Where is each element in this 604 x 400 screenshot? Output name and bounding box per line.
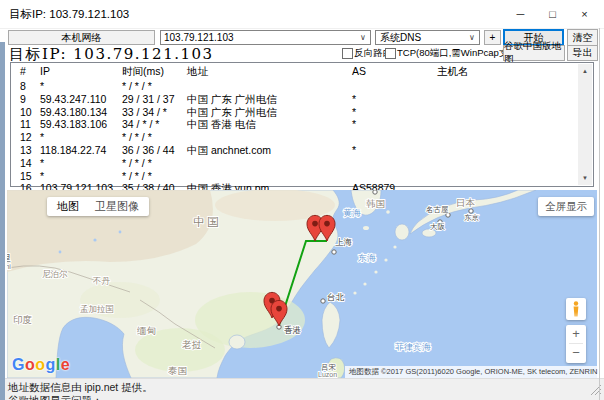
map-label: 东京 <box>464 213 480 222</box>
col-addr: 地址 <box>187 65 208 79</box>
add-button[interactable]: + <box>484 30 501 45</box>
map-label: 上海 <box>335 237 353 247</box>
cell-time: * / * / * <box>122 157 152 169</box>
cell-ip: 59.43.247.110 <box>40 93 106 105</box>
map-zoom-control[interactable]: + − <box>566 325 586 363</box>
map-type-control[interactable]: 地图 卫星图像 <box>47 197 149 216</box>
reverse-route-checkbox[interactable] <box>342 48 353 59</box>
google-logo-letter: e <box>61 356 70 373</box>
dns-select[interactable]: 系统DNS ∨ <box>375 30 480 45</box>
cell-hop: 12 <box>20 131 32 143</box>
cell-hop: 8 <box>20 80 26 92</box>
table-row[interactable]: 1059.43.180.13433 / 34 / *中国 广东 广州电信* <box>11 106 593 119</box>
resize-grip[interactable] <box>590 384 602 396</box>
clear-button[interactable]: 清空 <box>567 29 598 46</box>
dns-selected-value: 系统DNS <box>376 31 465 45</box>
table-row[interactable]: 14** / * / * <box>11 157 593 170</box>
cell-as: * <box>352 93 356 105</box>
cell-hop: 14 <box>20 157 32 169</box>
window-right-border <box>599 28 600 400</box>
cell-hop: 13 <box>20 144 32 156</box>
cell-time: 36 / 36 / 44 <box>122 144 175 156</box>
close-button[interactable]: × <box>569 0 600 28</box>
map-label: 名古屋 <box>426 205 449 214</box>
cell-ip: * <box>40 170 44 182</box>
col-host: 主机名 <box>437 65 469 79</box>
target-input[interactable] <box>161 32 356 43</box>
map-canvas[interactable]: 中国韩国日本名古屋东京大阪黄海东海上海台北香港菲律宾海吕宋Luzon老挝泰国缅甸… <box>7 190 597 378</box>
hops-table-body: 8** / * / *959.43.247.11029 / 31 / 37中国 … <box>11 80 593 195</box>
chevron-down-icon[interactable]: ∨ <box>465 33 479 42</box>
map-label: 大阪 <box>430 222 446 231</box>
map-label: 里 <box>7 253 11 263</box>
city-dot <box>321 299 325 303</box>
map-label: 老挝 <box>182 339 202 350</box>
table-row[interactable]: 15** / * / * <box>11 170 593 183</box>
map-type-map[interactable]: 地图 <box>57 199 79 214</box>
local-network-button[interactable]: 本机网络 <box>8 30 155 45</box>
table-row[interactable]: 12** / * / * <box>11 131 593 144</box>
target-combo[interactable]: ∨ <box>160 30 371 45</box>
cell-time: * / * / * <box>122 131 152 143</box>
hops-table: # IP 时间(ms) 地址 AS 主机名 8** / * / *959.43.… <box>10 62 594 187</box>
minimize-button[interactable]: ─ <box>505 0 536 28</box>
cell-hop: 11 <box>20 118 31 130</box>
table-header: # IP 时间(ms) 地址 AS 主机名 <box>11 65 593 79</box>
tcp-checkbox[interactable] <box>385 48 396 59</box>
table-row[interactable]: 1159.43.183.10634 / * / *中国 香港 电信* <box>11 118 593 131</box>
col-time: 时间(ms) <box>122 65 164 79</box>
scroll-up-icon[interactable]: ▲ <box>578 64 592 78</box>
zoom-out-button[interactable]: − <box>566 344 586 362</box>
cell-ip: 59.43.183.106 <box>40 118 107 130</box>
cell-ip: * <box>40 131 44 143</box>
table-scrollbar[interactable]: ▲ ▼ <box>578 64 592 185</box>
col-as: AS <box>352 65 366 77</box>
map-type-satellite[interactable]: 卫星图像 <box>95 199 139 214</box>
map-label: 东海 <box>357 253 376 263</box>
cell-hop: 15 <box>20 170 32 182</box>
pegman-icon[interactable] <box>566 298 586 320</box>
google-logo-letter: g <box>46 356 56 373</box>
cell-ip: * <box>40 157 44 169</box>
google-china-map-button[interactable]: 谷歌中国版地图 <box>503 45 565 61</box>
export-button[interactable]: 导出 <box>567 45 598 61</box>
map-label: 韩国 <box>366 198 385 209</box>
desktop-edge-sliver <box>0 42 5 400</box>
map-attribution-bar: 地图数据 ©2017 GS(2011)6020 Google, ORION-ME… <box>345 366 594 378</box>
map-label: 泰国 <box>168 365 187 376</box>
status-bar-partial: 谷歌地图显示问题： <box>0 394 604 400</box>
zoom-in-button[interactable]: + <box>566 325 586 343</box>
map-label: 不丹 <box>92 276 111 286</box>
google-logo-letter: G <box>12 356 25 373</box>
cell-hop: 9 <box>20 93 26 105</box>
cell-as: * <box>352 144 356 156</box>
chevron-down-icon[interactable]: ∨ <box>356 33 370 42</box>
city-dot <box>373 190 377 194</box>
cell-hop: 10 <box>20 106 32 118</box>
cell-ip: * <box>40 80 44 92</box>
map-lake <box>59 251 62 254</box>
map-label: 中国 <box>193 215 221 229</box>
table-row[interactable]: 8** / * / * <box>11 80 593 93</box>
map-label: 印度 <box>13 314 32 325</box>
map-attribution: 地图数据 ©2017 GS(2011)6020 Google, ORION-ME… <box>345 366 601 378</box>
google-logo[interactable]: Google <box>12 356 70 374</box>
map-land-jeju <box>363 226 369 230</box>
status-bar: 地址数据信息由 ipip.net 提供。 <box>0 378 604 394</box>
cell-as: * <box>352 106 356 118</box>
table-row[interactable]: 959.43.247.11029 / 31 / 37中国 广东 广州电信* <box>11 93 593 106</box>
map-label: 菲律宾海 <box>395 342 431 352</box>
city-dot <box>332 250 336 254</box>
map-label: 台北 <box>327 292 345 302</box>
col-ip: IP <box>40 65 50 77</box>
cell-time: * / * / * <box>122 170 152 182</box>
map-label: elhi <box>7 263 11 270</box>
status-partial-text: 谷歌地图显示问题： <box>8 394 103 400</box>
fullscreen-button[interactable]: 全屏显示 <box>538 197 594 216</box>
maximize-button[interactable]: □ <box>537 0 568 28</box>
cell-as: * <box>352 118 356 130</box>
scroll-down-icon[interactable]: ▼ <box>578 171 592 185</box>
map-svg[interactable]: 中国韩国日本名古屋东京大阪黄海东海上海台北香港菲律宾海吕宋Luzon老挝泰国缅甸… <box>7 190 597 378</box>
google-logo-letter: o <box>35 356 45 373</box>
table-row[interactable]: 13118.184.22.7436 / 36 / 44中国 anchnet.co… <box>11 144 593 157</box>
